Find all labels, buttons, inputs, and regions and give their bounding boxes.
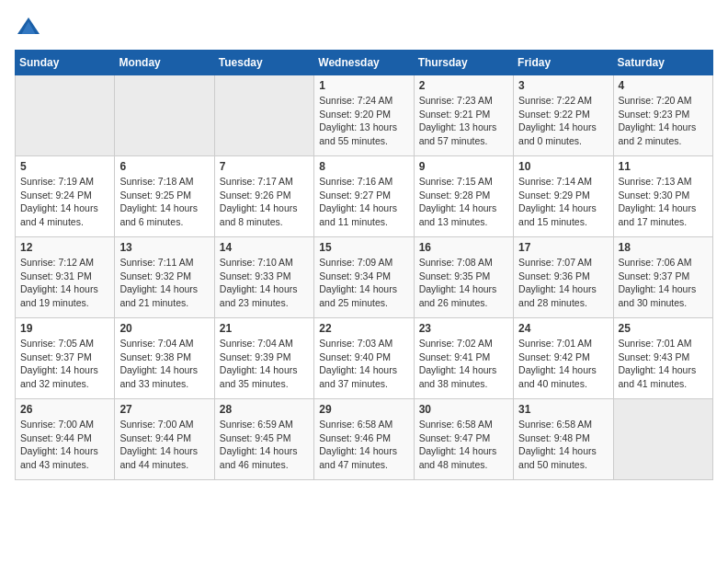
week-row-4: 19Sunrise: 7:05 AMSunset: 9:37 PMDayligh…: [16, 318, 713, 399]
day-header-saturday: Saturday: [613, 51, 712, 75]
cell-content: Sunrise: 6:58 AMSunset: 9:46 PMDaylight:…: [319, 418, 408, 472]
week-row-2: 5Sunrise: 7:19 AMSunset: 9:24 PMDaylight…: [16, 156, 713, 237]
cell-content: Sunrise: 7:12 AMSunset: 9:31 PMDaylight:…: [20, 256, 109, 310]
calendar-cell: 20Sunrise: 7:04 AMSunset: 9:38 PMDayligh…: [115, 318, 214, 399]
cell-content: Sunrise: 7:14 AMSunset: 9:29 PMDaylight:…: [518, 175, 608, 229]
cell-content: Sunrise: 7:09 AMSunset: 9:34 PMDaylight:…: [319, 256, 408, 310]
calendar-cell: 17Sunrise: 7:07 AMSunset: 9:36 PMDayligh…: [514, 237, 613, 318]
calendar-cell: 23Sunrise: 7:02 AMSunset: 9:41 PMDayligh…: [414, 318, 513, 399]
day-number: 25: [619, 322, 708, 335]
day-number: 11: [619, 160, 708, 173]
calendar-cell: 19Sunrise: 7:05 AMSunset: 9:37 PMDayligh…: [16, 318, 115, 399]
cell-content: Sunrise: 7:00 AMSunset: 9:44 PMDaylight:…: [119, 418, 209, 472]
day-number: 12: [20, 241, 109, 254]
day-number: 30: [419, 403, 508, 416]
calendar-cell: 8Sunrise: 7:16 AMSunset: 9:27 PMDaylight…: [314, 156, 414, 237]
cell-content: Sunrise: 7:03 AMSunset: 9:40 PMDaylight:…: [319, 337, 408, 391]
cell-content: Sunrise: 7:22 AMSunset: 9:22 PMDaylight:…: [518, 94, 608, 148]
day-header-tuesday: Tuesday: [214, 51, 313, 75]
cell-content: Sunrise: 7:00 AMSunset: 9:44 PMDaylight:…: [20, 418, 109, 472]
week-row-3: 12Sunrise: 7:12 AMSunset: 9:31 PMDayligh…: [16, 237, 713, 318]
cell-content: Sunrise: 7:18 AMSunset: 9:25 PMDaylight:…: [119, 175, 209, 229]
calendar-cell: 13Sunrise: 7:11 AMSunset: 9:32 PMDayligh…: [115, 237, 214, 318]
day-number: 26: [20, 403, 109, 416]
day-number: 3: [518, 79, 608, 92]
cell-content: Sunrise: 7:04 AMSunset: 9:39 PMDaylight:…: [220, 337, 309, 391]
day-number: 21: [220, 322, 309, 335]
day-number: 1: [319, 79, 408, 92]
calendar-table: SundayMondayTuesdayWednesdayThursdayFrid…: [15, 50, 713, 480]
cell-content: Sunrise: 7:13 AMSunset: 9:30 PMDaylight:…: [619, 175, 708, 229]
calendar-cell: 28Sunrise: 6:59 AMSunset: 9:45 PMDayligh…: [214, 399, 313, 480]
cell-content: Sunrise: 7:10 AMSunset: 9:33 PMDaylight:…: [220, 256, 309, 310]
day-number: 27: [119, 403, 209, 416]
calendar-cell: 16Sunrise: 7:08 AMSunset: 9:35 PMDayligh…: [414, 237, 513, 318]
day-number: 31: [518, 403, 608, 416]
day-number: 9: [419, 160, 508, 173]
day-number: 2: [419, 79, 508, 92]
cell-content: Sunrise: 7:05 AMSunset: 9:37 PMDaylight:…: [20, 337, 109, 391]
calendar-cell: 22Sunrise: 7:03 AMSunset: 9:40 PMDayligh…: [314, 318, 414, 399]
calendar-cell: 9Sunrise: 7:15 AMSunset: 9:28 PMDaylight…: [414, 156, 513, 237]
calendar-cell: 29Sunrise: 6:58 AMSunset: 9:46 PMDayligh…: [314, 399, 414, 480]
calendar-cell: 27Sunrise: 7:00 AMSunset: 9:44 PMDayligh…: [115, 399, 214, 480]
day-number: 10: [518, 160, 608, 173]
day-number: 8: [319, 160, 408, 173]
day-number: 29: [319, 403, 408, 416]
calendar-cell: 2Sunrise: 7:23 AMSunset: 9:21 PMDaylight…: [414, 75, 513, 156]
calendar-cell: 7Sunrise: 7:17 AMSunset: 9:26 PMDaylight…: [214, 156, 313, 237]
day-header-friday: Friday: [514, 51, 613, 75]
day-number: 15: [319, 241, 408, 254]
day-number: 28: [220, 403, 309, 416]
calendar-cell: [613, 399, 712, 480]
cell-content: Sunrise: 7:08 AMSunset: 9:35 PMDaylight:…: [419, 256, 508, 310]
cell-content: Sunrise: 6:59 AMSunset: 9:45 PMDaylight:…: [220, 418, 309, 472]
calendar-cell: 10Sunrise: 7:14 AMSunset: 9:29 PMDayligh…: [514, 156, 613, 237]
day-number: 23: [419, 322, 508, 335]
day-number: 22: [319, 322, 408, 335]
cell-content: Sunrise: 6:58 AMSunset: 9:47 PMDaylight:…: [419, 418, 508, 472]
day-header-thursday: Thursday: [414, 51, 513, 75]
cell-content: Sunrise: 7:06 AMSunset: 9:37 PMDaylight:…: [619, 256, 708, 310]
cell-content: Sunrise: 7:24 AMSunset: 9:20 PMDaylight:…: [319, 94, 408, 148]
cell-content: Sunrise: 7:20 AMSunset: 9:23 PMDaylight:…: [619, 94, 708, 148]
cell-content: Sunrise: 7:02 AMSunset: 9:41 PMDaylight:…: [419, 337, 508, 391]
day-header-sunday: Sunday: [16, 51, 115, 75]
calendar-cell: 15Sunrise: 7:09 AMSunset: 9:34 PMDayligh…: [314, 237, 414, 318]
day-number: 14: [220, 241, 309, 254]
day-number: 19: [20, 322, 109, 335]
day-headers-row: SundayMondayTuesdayWednesdayThursdayFrid…: [16, 51, 713, 75]
calendar-cell: [115, 75, 214, 156]
day-number: 20: [119, 322, 209, 335]
day-number: 16: [419, 241, 508, 254]
calendar-cell: [214, 75, 313, 156]
calendar-cell: 30Sunrise: 6:58 AMSunset: 9:47 PMDayligh…: [414, 399, 513, 480]
day-number: 5: [20, 160, 109, 173]
calendar-cell: 5Sunrise: 7:19 AMSunset: 9:24 PMDaylight…: [16, 156, 115, 237]
cell-content: Sunrise: 7:17 AMSunset: 9:26 PMDaylight:…: [220, 175, 309, 229]
calendar-cell: 3Sunrise: 7:22 AMSunset: 9:22 PMDaylight…: [514, 75, 613, 156]
day-number: 18: [619, 241, 708, 254]
cell-content: Sunrise: 7:15 AMSunset: 9:28 PMDaylight:…: [419, 175, 508, 229]
cell-content: Sunrise: 7:01 AMSunset: 9:42 PMDaylight:…: [518, 337, 608, 391]
day-header-monday: Monday: [115, 51, 214, 75]
cell-content: Sunrise: 7:19 AMSunset: 9:24 PMDaylight:…: [20, 175, 109, 229]
calendar-cell: [16, 75, 115, 156]
cell-content: Sunrise: 7:23 AMSunset: 9:21 PMDaylight:…: [419, 94, 508, 148]
calendar-cell: 12Sunrise: 7:12 AMSunset: 9:31 PMDayligh…: [16, 237, 115, 318]
day-number: 7: [220, 160, 309, 173]
day-header-wednesday: Wednesday: [314, 51, 414, 75]
day-number: 6: [119, 160, 209, 173]
cell-content: Sunrise: 7:01 AMSunset: 9:43 PMDaylight:…: [619, 337, 708, 391]
week-row-5: 26Sunrise: 7:00 AMSunset: 9:44 PMDayligh…: [16, 399, 713, 480]
page-header: [15, 15, 713, 42]
cell-content: Sunrise: 7:07 AMSunset: 9:36 PMDaylight:…: [518, 256, 608, 310]
calendar-cell: 31Sunrise: 6:58 AMSunset: 9:48 PMDayligh…: [514, 399, 613, 480]
calendar-cell: 26Sunrise: 7:00 AMSunset: 9:44 PMDayligh…: [16, 399, 115, 480]
day-number: 4: [619, 79, 708, 92]
week-row-1: 1Sunrise: 7:24 AMSunset: 9:20 PMDaylight…: [16, 75, 713, 156]
cell-content: Sunrise: 6:58 AMSunset: 9:48 PMDaylight:…: [518, 418, 608, 472]
day-number: 17: [518, 241, 608, 254]
cell-content: Sunrise: 7:16 AMSunset: 9:27 PMDaylight:…: [319, 175, 408, 229]
cell-content: Sunrise: 7:04 AMSunset: 9:38 PMDaylight:…: [119, 337, 209, 391]
